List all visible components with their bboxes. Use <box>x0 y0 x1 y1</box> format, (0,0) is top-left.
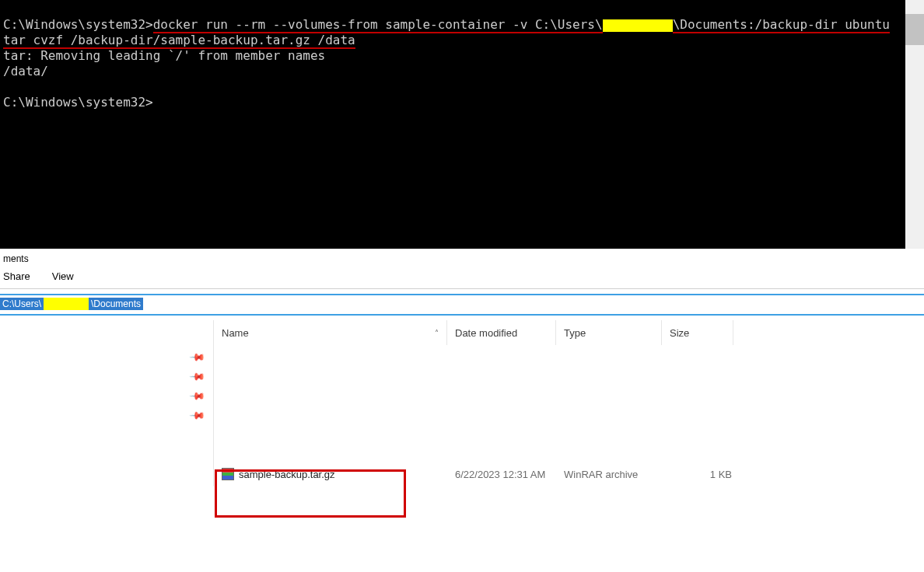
file-size-cell: 1 KB <box>670 469 741 480</box>
pin-icon: 📌 <box>189 388 206 405</box>
tar-output-line1: tar: Removing leading `/' from member na… <box>3 48 325 63</box>
archive-file-icon <box>222 468 234 480</box>
column-header-name[interactable]: Name ˄ <box>214 320 447 345</box>
column-size-label: Size <box>670 327 689 339</box>
command-prompt-window[interactable]: C:\Windows\system32>docker run --rm --vo… <box>0 0 905 249</box>
file-explorer-window: ments Share View C:\Users\\Documents 📌 📌… <box>0 249 924 487</box>
file-pane: 📌 📌 📌 📌 Name ˄ Date modified Type Size <box>0 320 924 487</box>
column-header-date[interactable]: Date modified <box>447 320 556 345</box>
quick-access-sidebar: 📌 📌 📌 📌 <box>0 320 213 487</box>
column-date-label: Date modified <box>455 327 517 339</box>
file-name-cell: sample-backup.tar.gz <box>222 468 455 480</box>
column-name-label: Name <box>222 327 249 339</box>
redacted-username-addressbar <box>44 298 89 310</box>
scrollbar-up-button[interactable] <box>905 0 924 14</box>
address-segment2: \Documents <box>89 298 143 310</box>
column-header-size[interactable]: Size <box>662 320 733 345</box>
prompt-path-idle: C:\Windows\system32> <box>3 95 153 110</box>
docker-command-segment2: \Documents:/backup-dir ubuntu <box>673 17 890 33</box>
pin-icon: 📌 <box>189 368 206 385</box>
redacted-username-terminal <box>603 19 673 32</box>
column-type-label: Type <box>564 327 586 339</box>
tab-share[interactable]: Share <box>3 270 30 282</box>
ribbon-tabs: Share View <box>0 267 924 289</box>
file-date-cell: 6/22/2023 12:31 AM <box>455 469 564 480</box>
docker-command-segment1: docker run --rm --volumes-from sample-co… <box>153 17 603 33</box>
address-segment1: C:\Users\ <box>0 298 44 310</box>
file-type-cell: WinRAR archive <box>564 469 670 480</box>
file-row[interactable]: sample-backup.tar.gz 6/22/2023 12:31 AM … <box>214 462 924 487</box>
address-bar-divider <box>0 314 924 316</box>
tab-view[interactable]: View <box>52 270 74 282</box>
ribbon-title-fragment: ments <box>0 249 924 267</box>
pin-icon: 📌 <box>189 349 206 366</box>
terminal-output: C:\Windows\system32>docker run --rm --vo… <box>3 2 902 126</box>
file-list: Name ˄ Date modified Type Size sample-ba… <box>213 320 924 487</box>
column-headers: Name ˄ Date modified Type Size <box>214 320 924 345</box>
tar-output-line2: /data/ <box>3 64 48 78</box>
pin-icon: 📌 <box>189 407 206 424</box>
docker-command-line2: tar cvzf /backup-dir/sample-backup.tar.g… <box>3 33 355 49</box>
scrollbar-thumb[interactable] <box>905 14 924 45</box>
prompt-path: C:\Windows\system32> <box>3 17 153 32</box>
terminal-scrollbar[interactable] <box>905 0 924 249</box>
sort-caret-icon: ˄ <box>435 329 439 337</box>
address-bar[interactable]: C:\Users\\Documents <box>0 295 924 312</box>
column-header-type[interactable]: Type <box>556 320 662 345</box>
file-name-text: sample-backup.tar.gz <box>239 469 335 480</box>
